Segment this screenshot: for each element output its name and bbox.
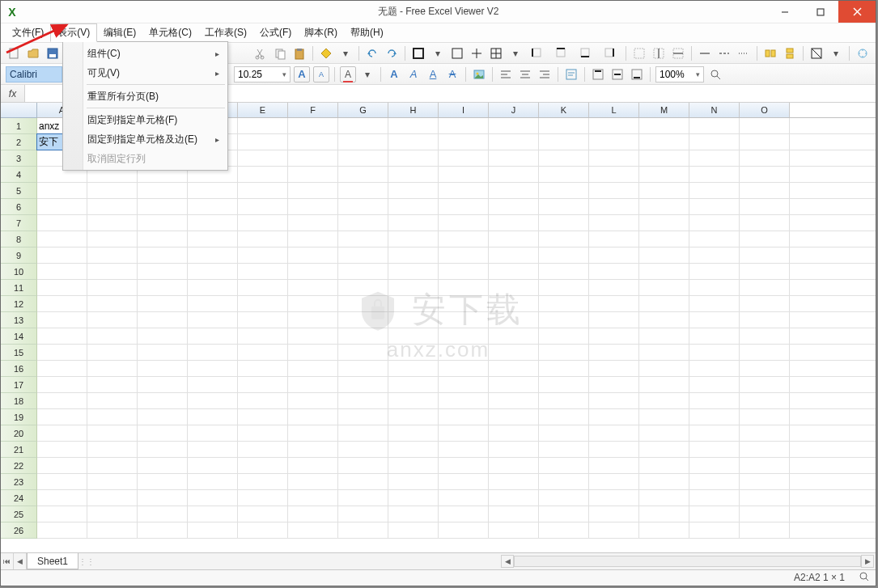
cell[interactable]	[740, 490, 790, 506]
cell[interactable]	[489, 231, 539, 247]
cell[interactable]	[740, 215, 790, 231]
row-header[interactable]: 26	[1, 522, 37, 539]
cell[interactable]	[37, 506, 87, 522]
cell[interactable]	[489, 199, 539, 214]
cell[interactable]	[288, 167, 338, 182]
cell[interactable]	[87, 345, 138, 360]
column-header[interactable]: O	[740, 103, 790, 117]
cell[interactable]	[288, 442, 338, 457]
cell[interactable]	[87, 490, 138, 506]
row-header[interactable]: 14	[1, 328, 37, 345]
cell[interactable]	[439, 442, 489, 457]
cell[interactable]	[539, 393, 589, 408]
cell[interactable]	[740, 425, 790, 441]
cell[interactable]	[388, 425, 439, 441]
cell[interactable]	[188, 231, 238, 247]
cell[interactable]	[138, 312, 188, 328]
cell[interactable]	[539, 522, 589, 538]
cell[interactable]	[489, 118, 539, 133]
cell[interactable]	[138, 490, 188, 506]
cell[interactable]	[689, 425, 740, 441]
row-header[interactable]: 22	[1, 458, 37, 474]
cell[interactable]	[439, 522, 489, 538]
cell[interactable]	[288, 328, 338, 344]
cell[interactable]	[489, 474, 539, 489]
cell[interactable]	[539, 442, 589, 457]
cell[interactable]	[87, 458, 138, 473]
menu-file[interactable]: 文件(F)	[6, 23, 50, 42]
cell[interactable]	[740, 118, 790, 133]
cell[interactable]	[138, 280, 188, 295]
cell[interactable]	[689, 458, 740, 473]
cell[interactable]	[37, 247, 87, 263]
cell[interactable]	[188, 442, 238, 457]
cell[interactable]	[238, 490, 288, 506]
zoom-tool-button[interactable]	[707, 66, 723, 82]
cell[interactable]	[639, 183, 689, 198]
row-header[interactable]: 7	[1, 215, 37, 231]
cell[interactable]	[238, 215, 288, 231]
border-top-button[interactable]	[551, 45, 572, 61]
redo-button[interactable]	[384, 45, 400, 61]
cell[interactable]	[589, 345, 639, 360]
column-header[interactable]: E	[238, 103, 288, 117]
cell[interactable]	[238, 506, 288, 522]
cell[interactable]	[188, 280, 238, 295]
cell[interactable]	[689, 361, 740, 376]
row-header[interactable]: 12	[1, 296, 37, 312]
cell[interactable]	[689, 150, 740, 166]
menu-cells[interactable]: 单元格(C)	[142, 23, 198, 42]
border-vcenter-button[interactable]	[670, 45, 686, 61]
cell[interactable]	[87, 393, 138, 408]
cell[interactable]	[288, 345, 338, 360]
cell[interactable]	[439, 458, 489, 473]
cell[interactable]	[489, 167, 539, 182]
cell[interactable]	[589, 150, 639, 166]
cell[interactable]	[689, 134, 740, 150]
cell[interactable]	[740, 199, 790, 214]
cell[interactable]	[288, 377, 338, 392]
menu-help[interactable]: 帮助(H)	[344, 23, 390, 42]
cell[interactable]	[639, 474, 689, 489]
cell[interactable]	[639, 393, 689, 408]
cell[interactable]	[740, 134, 790, 150]
cell[interactable]	[238, 522, 288, 538]
cell[interactable]	[639, 328, 689, 344]
cell[interactable]	[689, 345, 740, 360]
maximize-button[interactable]	[803, 1, 838, 23]
cell[interactable]	[388, 183, 439, 198]
cell[interactable]	[238, 328, 288, 344]
cell[interactable]	[138, 247, 188, 263]
cell[interactable]	[37, 474, 87, 489]
cell[interactable]	[539, 183, 589, 198]
cell[interactable]	[188, 490, 238, 506]
scroll-left-button[interactable]: ◀	[501, 555, 514, 568]
dropdown-04[interactable]: ▾	[828, 45, 844, 61]
cell[interactable]	[288, 150, 338, 166]
dropdown-item-components[interactable]: 组件(C)	[65, 44, 226, 63]
italic-button[interactable]: A	[405, 66, 422, 82]
cell[interactable]	[539, 296, 589, 311]
cell[interactable]	[188, 361, 238, 376]
cell[interactable]	[489, 296, 539, 311]
cell[interactable]	[238, 393, 288, 408]
cell[interactable]	[338, 522, 388, 538]
border-style-solid-button[interactable]	[697, 45, 713, 61]
cell[interactable]	[589, 458, 639, 473]
border-outer-button[interactable]	[449, 45, 465, 61]
cell[interactable]	[87, 506, 138, 522]
cell[interactable]	[388, 118, 439, 133]
cell[interactable]	[238, 199, 288, 214]
cell[interactable]	[388, 474, 439, 489]
cell[interactable]	[539, 280, 589, 295]
cell[interactable]	[740, 361, 790, 376]
cell[interactable]	[589, 425, 639, 441]
cell[interactable]	[388, 458, 439, 473]
menu-worksheet[interactable]: 工作表(S)	[198, 23, 253, 42]
cell[interactable]	[388, 361, 439, 376]
cell[interactable]	[489, 183, 539, 198]
cell[interactable]	[87, 183, 138, 198]
cell[interactable]	[87, 474, 138, 489]
underline-button[interactable]: A	[425, 66, 441, 82]
cell[interactable]	[288, 231, 338, 247]
